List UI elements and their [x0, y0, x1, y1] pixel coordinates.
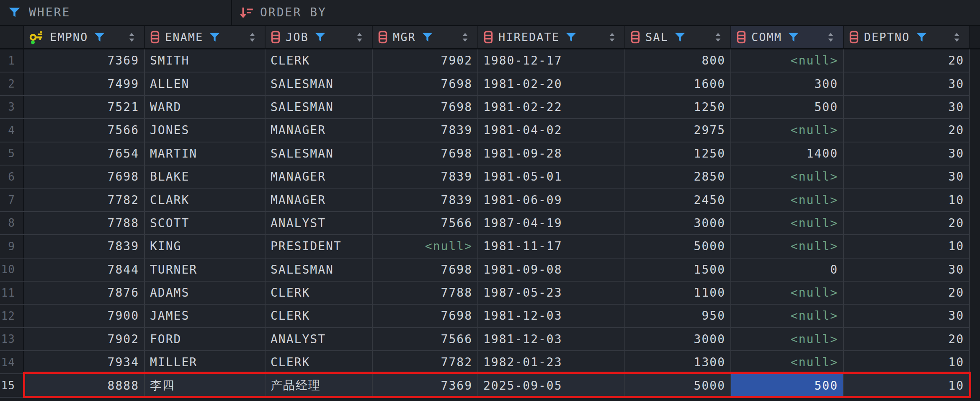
cell-hiredate[interactable]: 1981-12-03 [478, 305, 625, 327]
cell-deptno[interactable]: 30 [844, 96, 970, 118]
cell-comm[interactable]: <null> [731, 49, 844, 72]
cell-deptno[interactable]: 20 [844, 212, 970, 234]
sort-toggle-icon[interactable] [356, 32, 363, 42]
cell-hiredate[interactable]: 1987-05-23 [478, 282, 625, 304]
cell-job[interactable]: ANALYST [266, 328, 373, 350]
cell-comm[interactable]: <null> [731, 119, 844, 141]
cell-deptno[interactable]: 20 [844, 282, 970, 304]
cell-job[interactable]: SALESMAN [266, 96, 373, 118]
cell-job[interactable]: SALESMAN [266, 72, 373, 95]
cell-mgr[interactable]: 7698 [373, 72, 478, 95]
cell-ename[interactable]: ALLEN [145, 72, 266, 95]
cell-job[interactable]: 产品经理 [266, 374, 373, 396]
cell-hiredate[interactable]: 1981-04-02 [478, 119, 625, 141]
selected-cell-comm[interactable]: 500 [731, 374, 844, 396]
cell-job[interactable]: MANAGER [266, 166, 373, 188]
filter-icon[interactable] [93, 31, 106, 43]
cell-empno[interactable]: 7839 [24, 235, 145, 257]
sort-toggle-icon[interactable] [129, 32, 135, 42]
cell-hiredate[interactable]: 1981-12-03 [478, 328, 625, 350]
cell-sal[interactable]: 5000 [625, 374, 731, 396]
row-number[interactable]: 5 [0, 142, 24, 165]
cell-mgr[interactable]: 7839 [373, 189, 478, 211]
cell-empno[interactable]: 7782 [24, 189, 145, 211]
filter-icon[interactable] [421, 31, 433, 43]
cell-sal[interactable]: 1600 [625, 72, 731, 95]
column-header-mgr[interactable]: MGR [373, 26, 478, 48]
cell-empno[interactable]: 7876 [24, 282, 145, 304]
cell-sal[interactable]: 2450 [625, 189, 731, 211]
column-header-ename[interactable]: ENAME [145, 26, 266, 48]
row-number[interactable]: 10 [0, 259, 24, 281]
filter-icon[interactable] [314, 31, 326, 43]
cell-comm[interactable]: <null> [731, 235, 844, 257]
cell-mgr[interactable]: 7839 [373, 166, 478, 188]
cell-empno[interactable]: 8888 [24, 374, 145, 396]
cell-sal[interactable]: 2975 [625, 119, 731, 141]
cell-hiredate[interactable]: 1981-02-22 [478, 96, 625, 118]
column-header-job[interactable]: JOB [266, 26, 373, 48]
cell-empno[interactable]: 7788 [24, 212, 145, 234]
cell-job[interactable]: CLERK [266, 305, 373, 327]
cell-empno[interactable]: 7902 [24, 328, 145, 350]
cell-ename[interactable]: MARTIN [145, 142, 266, 165]
cell-job[interactable]: MANAGER [266, 119, 373, 141]
cell-job[interactable]: SALESMAN [266, 142, 373, 165]
cell-hiredate[interactable]: 2025-09-05 [478, 374, 625, 396]
cell-comm[interactable]: <null> [731, 351, 844, 373]
cell-deptno[interactable]: 20 [844, 328, 970, 350]
grid-corner-cell[interactable] [0, 26, 24, 48]
sort-toggle-icon[interactable] [715, 32, 721, 42]
cell-hiredate[interactable]: 1981-09-28 [478, 142, 625, 165]
cell-comm[interactable]: <null> [731, 189, 844, 211]
cell-ename[interactable]: TURNER [145, 259, 266, 281]
cell-sal[interactable]: 3000 [625, 212, 731, 234]
cell-mgr[interactable]: 7782 [373, 351, 478, 373]
column-header-sal[interactable]: SAL [625, 26, 731, 48]
cell-ename[interactable]: SCOTT [145, 212, 266, 234]
filter-icon[interactable] [787, 31, 799, 43]
cell-deptno[interactable]: 20 [844, 119, 970, 141]
cell-deptno[interactable]: 30 [844, 72, 970, 95]
cell-mgr[interactable]: 7566 [373, 212, 478, 234]
cell-empno[interactable]: 7934 [24, 351, 145, 373]
row-number[interactable]: 4 [0, 119, 24, 141]
cell-ename[interactable]: 李四 [145, 374, 266, 396]
cell-job[interactable]: CLERK [266, 351, 373, 373]
cell-mgr[interactable]: <null> [373, 235, 478, 257]
cell-empno[interactable]: 7499 [24, 72, 145, 95]
cell-hiredate[interactable]: 1980-12-17 [478, 49, 625, 72]
cell-empno[interactable]: 7369 [24, 49, 145, 72]
cell-hiredate[interactable]: 1982-01-23 [478, 351, 625, 373]
column-header-comm[interactable]: COMM [731, 26, 844, 48]
cell-ename[interactable]: JAMES [145, 305, 266, 327]
cell-job[interactable]: CLERK [266, 282, 373, 304]
row-number[interactable]: 7 [0, 189, 24, 211]
cell-mgr[interactable]: 7698 [373, 305, 478, 327]
cell-hiredate[interactable]: 1981-11-17 [478, 235, 625, 257]
sort-toggle-icon[interactable] [828, 32, 834, 42]
cell-hiredate[interactable]: 1981-05-01 [478, 166, 625, 188]
cell-mgr[interactable]: 7839 [373, 119, 478, 141]
cell-comm[interactable]: <null> [731, 282, 844, 304]
cell-hiredate[interactable]: 1981-09-08 [478, 259, 625, 281]
cell-sal[interactable]: 800 [625, 49, 731, 72]
cell-ename[interactable]: BLAKE [145, 166, 266, 188]
cell-ename[interactable]: WARD [145, 96, 266, 118]
row-number[interactable]: 9 [0, 235, 24, 257]
cell-sal[interactable]: 3000 [625, 328, 731, 350]
where-filter-bar[interactable]: WHERE [0, 0, 231, 25]
cell-hiredate[interactable]: 1981-02-20 [478, 72, 625, 95]
sort-toggle-icon[interactable] [954, 32, 960, 42]
cell-deptno[interactable]: 10 [844, 351, 970, 373]
column-header-deptno[interactable]: DEPTNO [844, 26, 970, 48]
cell-comm[interactable]: 0 [731, 259, 844, 281]
cell-mgr[interactable]: 7698 [373, 142, 478, 165]
cell-mgr[interactable]: 7566 [373, 328, 478, 350]
cell-mgr[interactable]: 7698 [373, 96, 478, 118]
cell-comm[interactable]: <null> [731, 166, 844, 188]
cell-ename[interactable]: ADAMS [145, 282, 266, 304]
row-number[interactable]: 12 [0, 305, 24, 327]
row-number[interactable]: 6 [0, 166, 24, 188]
cell-job[interactable]: MANAGER [266, 189, 373, 211]
